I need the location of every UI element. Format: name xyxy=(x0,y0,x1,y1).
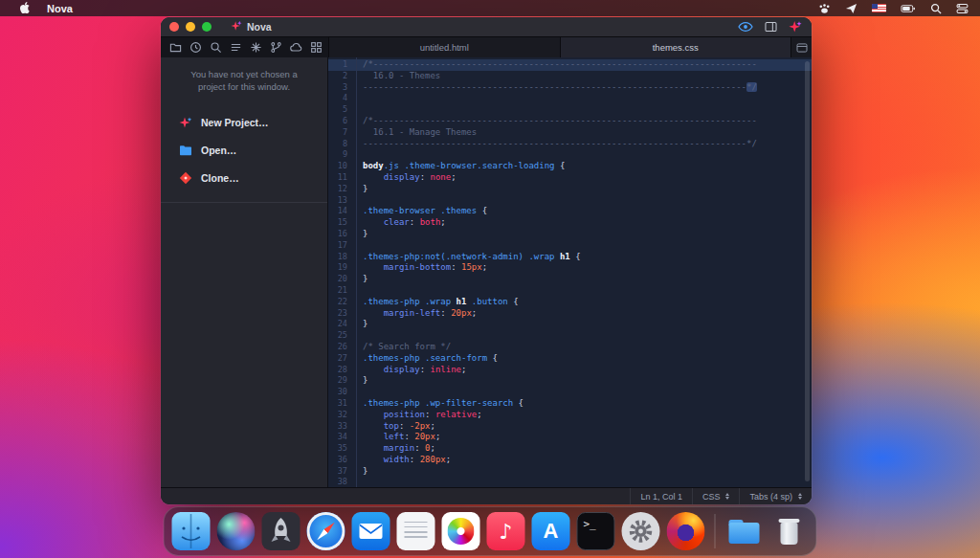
dock-icon-terminal[interactable]: >_ xyxy=(577,512,615,550)
dock-icon-system-preferences[interactable] xyxy=(622,512,660,550)
control-center-icon[interactable] xyxy=(956,3,969,14)
dock-icon-siri[interactable] xyxy=(217,512,256,550)
code-line[interactable]: 34 left: 20px; xyxy=(328,432,812,443)
code-line[interactable]: 8 --------------------------------------… xyxy=(328,139,812,150)
code-line[interactable]: 13 xyxy=(328,195,812,207)
code-text: left: 20px; xyxy=(354,432,440,443)
dock-icon-firefox[interactable] xyxy=(667,512,705,550)
cursor-position[interactable]: Ln 1, Col 1 xyxy=(630,488,692,504)
zoom-button[interactable] xyxy=(202,22,212,32)
tasks-icon[interactable] xyxy=(250,41,262,54)
paw-icon[interactable] xyxy=(818,3,831,14)
code-line[interactable]: 2 16.0 - Themes xyxy=(328,71,812,82)
panel-toggle-icon[interactable] xyxy=(765,21,777,33)
code-line[interactable]: 22 .themes-php .wrap h1 .button { xyxy=(328,297,812,308)
code-line[interactable]: 23 margin-left: 20px; xyxy=(328,308,812,320)
menu-item[interactable] xyxy=(202,0,219,16)
code-line[interactable]: 24 } xyxy=(328,319,812,330)
tab-themes-css[interactable]: themes.css xyxy=(560,37,791,57)
menu-item[interactable] xyxy=(219,0,236,16)
code-line[interactable]: 33 top: -2px; xyxy=(328,421,812,433)
code-line[interactable]: 9 xyxy=(328,149,812,161)
new-project-button[interactable]: New Project… xyxy=(161,109,327,137)
code-line[interactable]: 21 xyxy=(328,285,812,297)
code-line[interactable]: 20 } xyxy=(328,274,812,285)
editor-options-icon[interactable] xyxy=(791,37,812,57)
code-line[interactable]: 4 xyxy=(328,93,812,104)
minimize-button[interactable] xyxy=(186,22,195,32)
close-button[interactable] xyxy=(169,22,179,32)
menu-item[interactable] xyxy=(99,0,116,16)
menu-item[interactable] xyxy=(150,0,167,16)
editor-scrollbar[interactable] xyxy=(805,61,810,481)
title-bar[interactable]: Nova xyxy=(161,17,812,36)
dock-icon-downloads[interactable] xyxy=(725,512,764,550)
code-line[interactable]: 14 .theme-browser .themes { xyxy=(328,206,812,217)
code-line[interactable]: 6 /*------------------------------------… xyxy=(328,116,812,127)
code-line[interactable]: 16 } xyxy=(328,229,812,240)
dock-icon-music[interactable]: ♪ xyxy=(487,512,525,550)
menu-item[interactable] xyxy=(236,0,254,16)
apple-menu[interactable] xyxy=(11,0,38,16)
code-line[interactable]: 12 } xyxy=(328,184,812,195)
menu-item[interactable] xyxy=(167,0,185,16)
preview-eye-icon[interactable] xyxy=(738,21,753,33)
dock-icon-text-editor[interactable] xyxy=(397,512,435,550)
remote-icon[interactable] xyxy=(290,41,302,54)
dock-icon-trash[interactable] xyxy=(770,512,809,550)
source-control-icon[interactable] xyxy=(270,41,282,54)
code-line[interactable]: 36 width: 280px; xyxy=(328,455,812,466)
tab-untitled-html[interactable]: untitled.html xyxy=(328,37,560,57)
code-line[interactable]: 29 } xyxy=(328,375,812,387)
code-line[interactable]: 30 xyxy=(328,387,812,398)
code-line[interactable]: 18 .themes-php:not(.network-admin) .wrap… xyxy=(328,252,812,263)
battery-icon[interactable] xyxy=(901,4,916,13)
dock-icon-launchpad[interactable] xyxy=(262,512,301,550)
menu-item[interactable] xyxy=(133,0,150,16)
extensions-icon[interactable] xyxy=(310,41,323,54)
code-line[interactable]: 32 position: relative; xyxy=(328,410,812,421)
search-icon[interactable] xyxy=(210,41,222,54)
spotlight-icon[interactable] xyxy=(930,3,942,14)
line-number: 12 xyxy=(328,184,354,195)
code-line[interactable]: 19 margin-bottom: 15px; xyxy=(328,262,812,274)
code-editor[interactable]: 1 /*------------------------------------… xyxy=(328,57,812,487)
code-line[interactable]: 7 16.1 - Manage Themes xyxy=(328,127,812,139)
code-line[interactable]: 3 --------------------------------------… xyxy=(328,82,812,94)
menu-item[interactable] xyxy=(185,0,202,16)
code-line[interactable]: 5 xyxy=(328,104,812,116)
code-line[interactable]: 10 body.js .theme-browser.search-loading… xyxy=(328,161,812,172)
code-line[interactable]: 37 } xyxy=(328,466,812,478)
menu-item-app[interactable]: Nova xyxy=(38,0,81,16)
reports-icon[interactable] xyxy=(230,41,242,54)
dock-icon-app-store[interactable]: A xyxy=(532,512,570,550)
language-selector[interactable]: CSS xyxy=(692,488,740,504)
dock-icon-photos[interactable] xyxy=(442,512,480,550)
open-button[interactable]: Open… xyxy=(161,137,327,165)
code-line[interactable]: 25 xyxy=(328,330,812,342)
menu-item[interactable] xyxy=(116,0,133,16)
files-icon[interactable] xyxy=(169,41,182,54)
line-number: 7 xyxy=(328,127,354,139)
clone-button[interactable]: Clone… xyxy=(161,165,327,192)
code-line[interactable]: 27 .themes-php .search-form { xyxy=(328,353,812,365)
code-line[interactable]: 15 clear: both; xyxy=(328,217,812,229)
code-line[interactable]: 11 display: none; xyxy=(328,172,812,184)
code-line[interactable]: 31 .themes-php .wp-filter-search { xyxy=(328,398,812,410)
code-line[interactable]: 26 /* Search form */ xyxy=(328,342,812,353)
dock-icon-safari[interactable] xyxy=(307,512,345,550)
dock-icon-finder[interactable] xyxy=(172,512,211,550)
line-number: 17 xyxy=(328,240,354,252)
dock-icon-mail[interactable] xyxy=(352,512,390,550)
code-line[interactable]: 35 margin: 0; xyxy=(328,443,812,455)
nova-sparkle-icon[interactable] xyxy=(789,20,802,33)
indent-selector[interactable]: Tabs (4 sp) xyxy=(739,488,812,504)
paper-plane-icon[interactable] xyxy=(845,3,858,14)
us-flag-icon[interactable] xyxy=(872,4,886,12)
code-line[interactable]: 28 display: inline; xyxy=(328,365,812,376)
code-line[interactable]: 38 xyxy=(328,477,812,487)
history-icon[interactable] xyxy=(189,41,202,54)
menu-item[interactable] xyxy=(81,0,99,16)
code-line[interactable]: 17 xyxy=(328,240,812,252)
code-line[interactable]: 1 /*------------------------------------… xyxy=(328,59,812,71)
